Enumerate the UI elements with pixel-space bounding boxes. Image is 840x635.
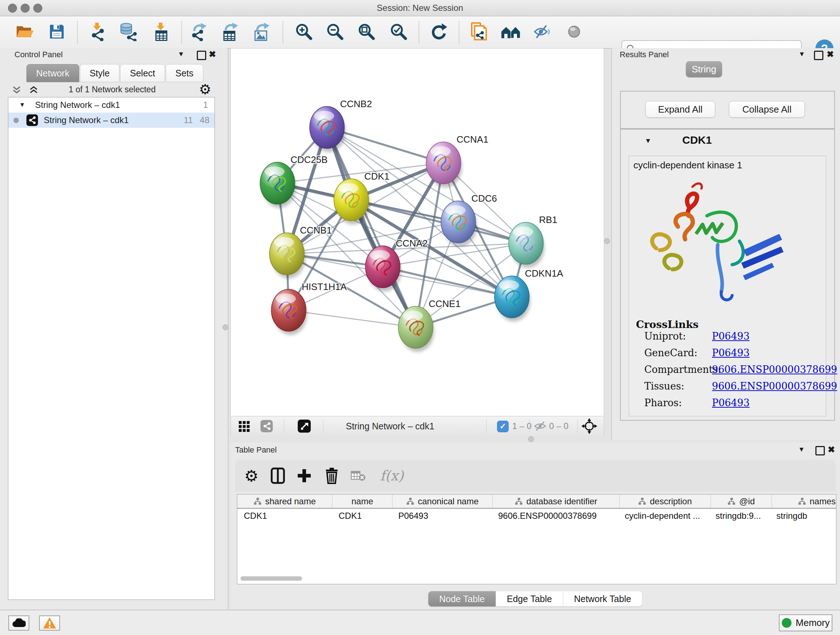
expand-all-button[interactable]: Expand All [645,101,715,118]
automation-status-button[interactable] [8,616,29,631]
tab-edge-table[interactable]: Edge Table [496,591,563,606]
network-node-CDKN1A[interactable]: CDKN1A [494,268,563,321]
zoom-fit-button[interactable] [357,23,376,42]
network-edge[interactable] [289,310,416,327]
zoom-in-button[interactable] [295,23,313,42]
crosslink-link[interactable]: P06493 [712,397,750,409]
network-node-RB1[interactable]: RB1 [508,214,557,268]
warnings-button[interactable] [39,616,60,631]
export-network-button[interactable] [190,22,208,42]
selected-checkbox[interactable]: ✓ [497,421,508,432]
panel-close-icon[interactable]: ✖ [828,445,835,455]
panel-maximize-icon[interactable] [814,51,823,60]
panel-maximize-icon[interactable] [197,51,206,60]
section-expander-icon[interactable]: ▼ [645,137,652,145]
table-row[interactable]: CDK1CDK1P064939606.ENSP00000378699cyclin… [237,509,836,523]
crosslink-link[interactable]: P06493 [712,331,750,342]
table-cell[interactable]: CDK1 [332,509,392,523]
crosslink-link[interactable]: 9606.ENSP00000378699 [712,364,837,375]
save-floppy-icon [48,23,65,41]
panel-maximize-icon[interactable] [815,446,825,455]
column-header-canonical-name[interactable]: canonical name [393,494,493,508]
column-header-shared-name[interactable]: shared name [237,494,332,508]
horizontal-splitter-handle[interactable] [528,436,534,442]
network-list-toolbar: 1 of 1 Network selected ⚙ [0,83,228,97]
open-session-button[interactable] [15,24,34,41]
column-header-@id[interactable]: @id [711,494,772,508]
table-cell[interactable]: stringdb:9... [709,509,770,523]
table-cell[interactable]: 9606.ENSP00000378699 [492,509,618,523]
home-button[interactable] [501,24,521,41]
expand-all-icon[interactable] [12,86,21,95]
panel-float-icon[interactable]: ▾ [179,49,183,59]
delete-table-icon [351,470,366,482]
memory-label: Memory [796,617,830,629]
panel-float-icon[interactable]: ▾ [800,49,804,59]
collapse-all-icon[interactable] [29,86,38,95]
import-network-database-button[interactable] [118,22,137,42]
tree-expander-icon[interactable]: ▼ [19,97,25,112]
column-type-icon [406,497,414,505]
import-network-file-button[interactable] [89,22,106,42]
crosshair-icon[interactable] [581,418,597,434]
delete-column-trash-icon[interactable] [325,467,339,484]
hide-results-button[interactable] [533,24,551,41]
tab-node-table[interactable]: Node Table [428,591,496,606]
column-header-label: namespace [810,496,836,507]
network-edge[interactable] [327,127,416,327]
network-node-CCNB2[interactable]: CCNB2 [309,98,372,152]
grid-view-icon[interactable] [239,421,249,432]
save-session-button[interactable] [48,23,65,42]
network-node-CCNE1[interactable]: CCNE1 [398,298,461,352]
node-label: CCNE1 [429,298,461,309]
table-cell[interactable]: cyclin-dependent ... [618,509,709,523]
tab-network-table[interactable]: Network Table [563,591,642,606]
table-options-gear-icon[interactable]: ⚙ [244,467,258,485]
tab-sets[interactable]: Sets [166,64,203,82]
add-column-icon[interactable] [297,469,311,483]
table-cell[interactable]: CDK1 [237,509,332,523]
table-horizontal-scrollbar[interactable] [240,576,302,581]
collapse-all-button[interactable]: Collapse All [729,101,805,118]
zoom-out-button[interactable] [326,23,344,42]
tab-select[interactable]: Select [120,64,164,82]
presentation-button[interactable] [566,24,583,41]
network-node-HIST1H1A[interactable]: HIST1H1A [271,281,347,335]
string-import-button[interactable] [470,22,487,43]
right-splitter-handle[interactable] [604,238,610,244]
panel-close-icon[interactable]: ✖ [209,49,216,59]
apply-layout-button[interactable] [430,23,448,42]
hidden-eye-slash-icon[interactable] [534,421,546,431]
node-table[interactable]: shared namenamecanonical namedatabase id… [237,494,836,584]
import-table-file-button[interactable] [153,22,170,42]
column-header-description[interactable]: description [620,494,711,508]
panel-close-icon[interactable]: ✖ [827,49,834,59]
table-cell[interactable]: stringdb [770,509,836,523]
panel-float-icon[interactable]: ▾ [799,445,804,454]
zoom-selected-button[interactable] [390,23,408,42]
column-header-name[interactable]: name [332,494,393,508]
export-image-button[interactable] [253,22,271,42]
show-columns-icon[interactable] [271,467,285,484]
network-tree-child-row[interactable]: String Network – cdk1 11 48 [8,112,215,128]
export-table-button[interactable] [221,22,240,42]
birds-eye-view-icon[interactable] [298,420,311,432]
network-tree-root-row[interactable]: ▼ String Network – cdk1 1 [8,97,215,112]
database-icon [118,22,137,41]
tab-string[interactable]: String [686,61,722,77]
network-edge[interactable] [383,267,512,297]
network-node-CCNA1[interactable]: CCNA1 [426,134,488,187]
network-options-gear-icon[interactable]: ⚙ [199,81,211,97]
column-header-namespace[interactable]: namespace [772,494,836,508]
tab-network[interactable]: Network [27,64,79,82]
network-node-CDC6[interactable]: CDC6 [441,193,497,247]
network-share-view-icon[interactable] [261,420,273,432]
column-header-database-identifier[interactable]: database identifier [493,494,620,508]
tab-style[interactable]: Style [80,64,120,82]
network-canvas[interactable]: CCNB2CCNA1CDC25BCDK1CDC6RB1CCNB1CCNA2CDK… [231,49,604,416]
table-cell[interactable]: P06493 [392,509,492,523]
crosslink-link[interactable]: P06493 [712,347,750,358]
crosslink-link[interactable]: 9606.ENSP00000378699 [712,380,837,392]
memory-button[interactable]: Memory [779,614,832,631]
left-splitter-handle[interactable] [223,325,228,330]
